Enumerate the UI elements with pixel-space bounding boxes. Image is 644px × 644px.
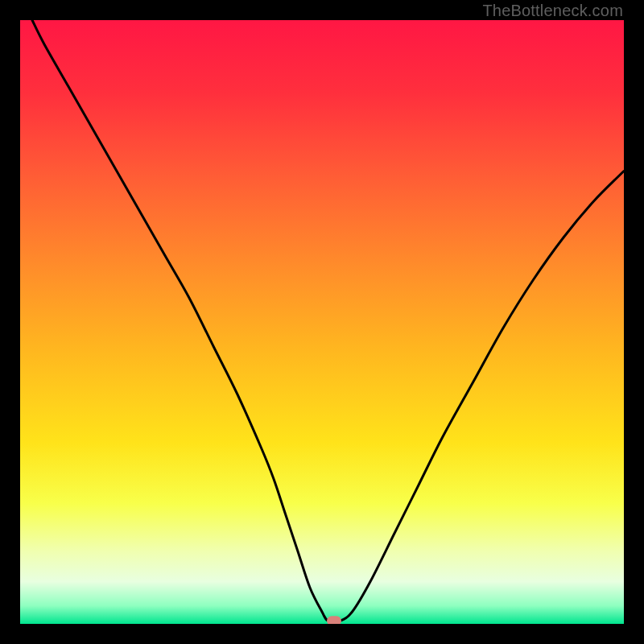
chart-frame: TheBottleneck.com (0, 0, 644, 644)
plot-area (20, 20, 624, 624)
watermark-text: TheBottleneck.com (482, 2, 623, 20)
optimal-point-marker (327, 616, 341, 624)
gradient-background (20, 20, 624, 624)
bottleneck-chart (20, 20, 624, 624)
